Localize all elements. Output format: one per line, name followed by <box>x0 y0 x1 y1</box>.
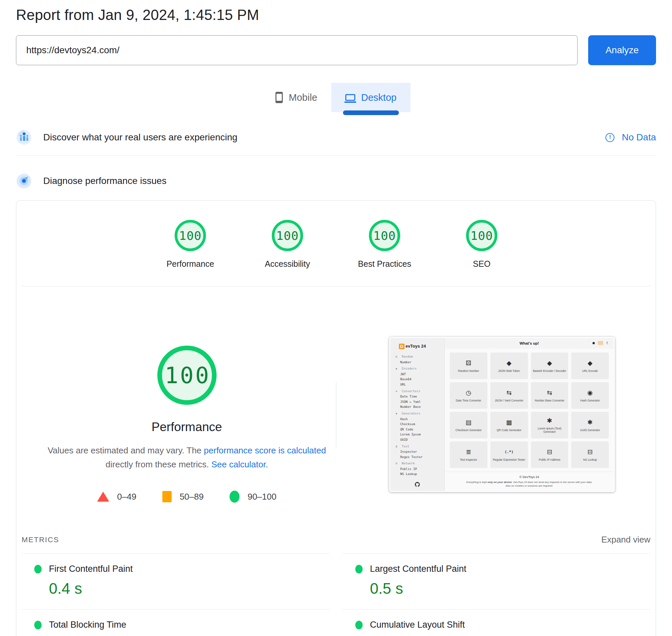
screenshot-copyright: © DevToys 24 <box>453 475 605 479</box>
sidebar-row-label: Base64 <box>400 377 412 381</box>
metric-label: Cumulative Layout Shift <box>370 620 465 630</box>
tool-tile-label: Text Inspector <box>458 458 479 461</box>
tool-tile-label: JSON Web Token <box>496 369 522 373</box>
metric-value: 0.5 s <box>370 579 650 597</box>
sidebar-row-label: Converters <box>402 389 420 393</box>
score-legend: 0–49 50–89 90–100 <box>97 491 276 503</box>
tab-desktop[interactable]: Desktop <box>331 83 411 112</box>
metric-pass-dot-icon <box>355 565 362 574</box>
screenshot-sidebar-row: JSON ⇔ Yaml <box>390 399 444 404</box>
metrics-heading: METRICS <box>22 536 59 544</box>
screenshot-app-title: What's up! <box>445 338 614 349</box>
category-score-label: Accessibility <box>248 259 327 269</box>
metric-pass-dot-icon <box>355 621 362 629</box>
metric-item: Total Blocking Time 0 ms <box>22 610 329 636</box>
screenshot-sidebar-row: Hash <box>390 416 444 422</box>
diamond-icon: ◆ <box>394 366 398 372</box>
sidebar-row-label: JSON ⇔ Yaml <box>400 400 421 403</box>
screenshot-tool-grid: ⚄ Random Number ◆ JSON Web Token ◆ Base6… <box>450 353 609 468</box>
category-score-gauge: 100 <box>466 220 497 251</box>
asterisk-icon: ✱ <box>547 417 552 424</box>
screenshot-sidebar-row: ◆ Encoders <box>390 366 444 372</box>
diagnose-compass-icon <box>16 173 32 189</box>
screenshot-sidebar-row: URL <box>390 382 444 387</box>
metric-label: First Contentful Paint <box>49 564 133 574</box>
url-input[interactable] <box>16 35 577 65</box>
server-icon: ⊟ <box>588 448 593 455</box>
performance-gauge-block: 100 Performance Values are estimated and… <box>16 286 336 503</box>
tool-tile-label: QR Code Generator <box>495 429 523 432</box>
metrics-grid: First Contentful Paint 0.4 s Largest Con… <box>22 554 650 636</box>
metric-item-header: Largest Contentful Paint <box>355 564 650 574</box>
screenshot-sidebar-row: Public IP <box>390 466 444 472</box>
screenshot-sidebar-row: ✱ Generators <box>390 411 444 416</box>
screenshot-app-sidebar: D evToys 24 ⚄ Random Number ◆ Encoders J… <box>390 338 445 491</box>
category-score-gauge: 100 <box>272 220 303 251</box>
category-score: 100 Accessibility <box>248 220 327 269</box>
metric-item-header: Total Blocking Time <box>34 620 329 630</box>
tab-mobile[interactable]: Mobile <box>261 83 331 112</box>
screenshot-tool-tile: ▤ Checksum Generator <box>450 412 487 438</box>
tab-desktop-label: Desktop <box>361 92 397 103</box>
sidebar-row-label: JWT <box>400 372 406 376</box>
screenshot-tool-tile: ◉ Hash Generator <box>571 382 609 409</box>
legend-range-label: 0–49 <box>117 492 136 502</box>
sun-icon <box>592 342 595 344</box>
performance-detail-row: 100 Performance Values are estimated and… <box>16 286 656 503</box>
sidebar-row-label: Network <box>402 461 415 465</box>
category-score: 100 Performance <box>150 220 230 269</box>
screenshot-sidebar-row: Regex Tester <box>390 454 444 460</box>
desc-text-1: Values are estimated and may vary. The <box>47 445 204 455</box>
see-calculator-link[interactable]: See calculator. <box>211 459 268 469</box>
report-card: 100 Performance 100 Accessibility 100 Be… <box>16 200 656 636</box>
category-score-gauge: 100 <box>175 220 206 251</box>
no-data-link[interactable]: ! No Data <box>606 132 656 143</box>
qr-icon: ▦ <box>506 418 512 426</box>
category-score-value: 100 <box>276 229 299 242</box>
desktop-laptop-icon <box>345 94 355 101</box>
screenshot-tool-tile: ≣ Text Inspector <box>450 441 487 468</box>
performance-gauge: 100 <box>157 345 217 405</box>
screenshot-sidebar-row: Number Base <box>390 404 444 410</box>
performance-score-value: 100 <box>163 362 211 389</box>
sidebar-row-label: Lorem Ipsum <box>400 433 421 436</box>
tool-tile-label: UUID Generator <box>578 429 602 432</box>
category-score-value: 100 <box>470 229 493 242</box>
asterisk-icon: ✱ <box>588 418 593 426</box>
sidebar-row-label: Public IP <box>400 467 417 471</box>
real-users-icon <box>16 130 32 145</box>
swap-icon: ⇆ <box>506 389 512 396</box>
vertical-divider <box>336 382 336 448</box>
sidebar-row-label: Number Base <box>400 405 421 409</box>
analyze-button[interactable]: Analyze <box>588 35 656 65</box>
textlines-icon: ≣ <box>466 448 471 455</box>
screenshot-sidebar-row: Number <box>390 360 444 365</box>
screenshot-privacy-note: Everything is kept only on your device. … <box>453 480 605 488</box>
clock-icon: ◷ <box>466 389 471 396</box>
metric-label: Total Blocking Time <box>49 620 126 630</box>
tool-tile-label: NS Lookup <box>581 458 598 461</box>
screenshot-sidebar-row: Checksum <box>390 421 444 427</box>
sidebar-row-label: Date Time <box>400 395 417 398</box>
screenshot-tool-tile: (.*) Regular Expression Tester <box>490 441 528 468</box>
expand-view-button[interactable]: Expand view <box>601 535 650 545</box>
page-title: Report from Jan 9, 2024, 1:45:15 PM <box>16 7 656 23</box>
screenshot-sidebar-row: Inspector <box>390 449 444 454</box>
category-score-value: 100 <box>373 229 396 242</box>
active-tab-indicator <box>343 111 399 115</box>
screenshot-tool-tile: ◆ Base64 Encoder / Decoder <box>531 353 569 379</box>
metric-value: 0.4 s <box>49 579 329 597</box>
sidebar-row-label: Text <box>402 444 409 448</box>
dice-icon: ⚄ <box>466 359 471 366</box>
screenshot-tool-tile: ▦ QR Code Generator <box>490 412 528 438</box>
category-score-label: Performance <box>150 259 230 269</box>
score-calc-link[interactable]: performance score is calculated <box>204 445 326 455</box>
tool-tile-label: Number Base Converter <box>533 399 566 402</box>
screenshot-app-main: What's up! ☾ ⚄ Random Number ◆ JSON Web … <box>445 338 614 491</box>
no-data-label: No Data <box>622 132 656 143</box>
screenshot-sidebar-row: NS Lookup <box>390 471 444 477</box>
sidebar-row-label: Checksum <box>400 422 415 426</box>
regex-icon: (.*) <box>505 448 514 455</box>
sidebar-row-label: NS Lookup <box>400 472 417 476</box>
sidebar-row-label: Encoders <box>402 366 417 370</box>
